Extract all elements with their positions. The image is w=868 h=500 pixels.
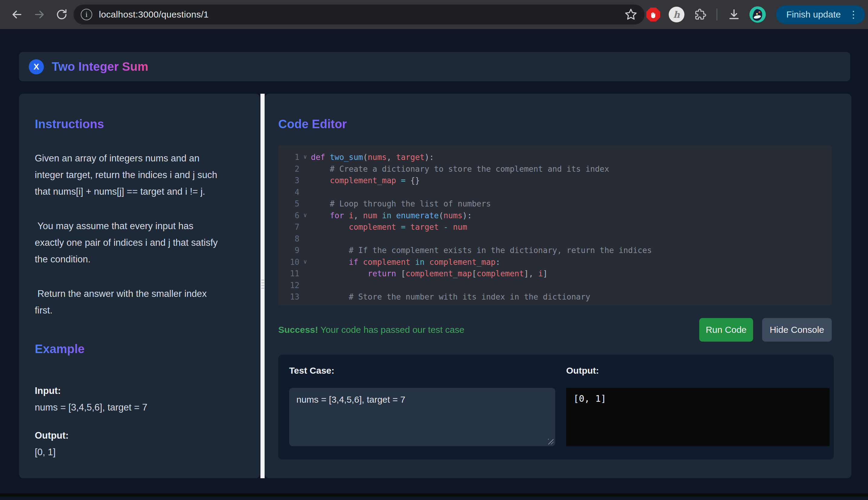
code-line: 8 xyxy=(282,233,832,245)
adblock-extension-button[interactable] xyxy=(646,8,660,22)
reload-button[interactable] xyxy=(52,4,72,25)
profile-avatar[interactable] xyxy=(749,6,766,23)
refresh-icon xyxy=(55,8,68,21)
browser-toolbar: i localhost:3000/questions/1 h xyxy=(0,0,868,29)
fold-spacer xyxy=(300,245,311,256)
fold-spacer xyxy=(300,163,311,175)
example-output-value: [0, 1] xyxy=(35,447,56,458)
success-rest: Your code has passed our test case xyxy=(318,325,464,334)
browser-window: i localhost:3000/questions/1 h xyxy=(0,0,868,500)
back-button[interactable] xyxy=(7,4,27,25)
line-number: 6 xyxy=(282,210,300,221)
fold-spacer xyxy=(300,175,311,186)
avatar-image xyxy=(749,6,766,23)
window-bottom-edge xyxy=(0,493,868,497)
example-heading: Example xyxy=(35,342,85,356)
finish-update-button[interactable]: Finish update ⋮ xyxy=(776,5,865,24)
console-panel: Test Case: nums = [3,4,5,6], target = 7 … xyxy=(278,355,834,459)
instructions-paragraph-1: Given an array of integers nums and an i… xyxy=(35,150,247,200)
code-line: 6∨ for i, num in enumerate(nums): xyxy=(282,210,832,221)
kebab-menu-icon[interactable]: ⋮ xyxy=(849,9,858,20)
line-number: 5 xyxy=(282,198,300,210)
info-letter: i xyxy=(85,10,87,19)
url-text: localhost:3000/questions/1 xyxy=(99,9,209,20)
site-info-icon[interactable]: i xyxy=(81,9,92,20)
code-text xyxy=(311,280,832,292)
code-editor[interactable]: 1∨def two_sum(nums, target):2 # Create a… xyxy=(278,145,832,305)
code-text: complement_map = {} xyxy=(311,175,832,186)
success-message: Success! Your code has passed our test c… xyxy=(278,325,464,335)
code-line: 3 complement_map = {} xyxy=(282,175,832,186)
code-text xyxy=(311,186,832,198)
code-line: 12 xyxy=(282,280,832,292)
code-line: 1∨def two_sum(nums, target): xyxy=(282,151,832,163)
code-text: return [complement_map[complement], i] xyxy=(311,268,832,280)
panel-resize-handle[interactable] xyxy=(260,94,264,478)
test-case-input[interactable]: nums = [3,4,5,6], target = 7 xyxy=(289,388,555,446)
code-text: # Create a dictionary to store the compl… xyxy=(311,163,832,175)
code-line: 9 # If the complement exists in the dict… xyxy=(282,245,832,256)
puzzle-piece-icon xyxy=(693,8,707,22)
honey-extension-button[interactable]: h xyxy=(669,7,685,22)
test-case-label: Test Case: xyxy=(289,365,555,376)
toolbar-right-cluster: h Finish xyxy=(620,0,868,29)
page-title: Two Integer Sum xyxy=(52,60,148,73)
fold-spacer xyxy=(300,268,311,280)
downloads-button[interactable] xyxy=(727,8,741,22)
console-output: [0, 1] xyxy=(566,388,830,446)
extensions-button[interactable] xyxy=(693,8,707,22)
line-number: 11 xyxy=(282,268,300,280)
question-header-card: X Two Integer Sum xyxy=(19,52,850,81)
line-number: 1 xyxy=(282,151,300,163)
code-line: 13 # Store the number with its index in … xyxy=(282,291,832,303)
finish-update-label: Finish update xyxy=(786,9,841,20)
code-line: 10∨ if complement in complement_map: xyxy=(282,256,832,268)
forward-button[interactable] xyxy=(29,4,49,25)
code-text xyxy=(311,233,832,245)
fold-chevron-icon[interactable]: ∨ xyxy=(300,210,311,221)
code-text: complement = target - num xyxy=(311,221,832,233)
code-text: # If the complement exists in the dictio… xyxy=(311,245,832,256)
fold-chevron-icon[interactable]: ∨ xyxy=(300,256,311,268)
code-text: # Store the number with its index in the… xyxy=(311,291,832,303)
code-line: 2 # Create a dictionary to store the com… xyxy=(282,163,832,175)
resize-grip-icon xyxy=(261,280,264,291)
status-row: Success! Your code has passed our test c… xyxy=(278,318,832,342)
run-code-button[interactable]: Run Code xyxy=(699,318,753,342)
honey-letter: h xyxy=(673,9,680,20)
fold-chevron-icon[interactable]: ∨ xyxy=(300,151,311,163)
fold-spacer xyxy=(300,280,311,292)
code-line: 11 return [complement_map[complement], i… xyxy=(282,268,832,280)
success-bold: Success! xyxy=(278,325,318,334)
fold-spacer xyxy=(300,221,311,233)
code-editor-panel: Code Editor 1∨def two_sum(nums, target):… xyxy=(265,94,852,478)
address-bar[interactable]: i localhost:3000/questions/1 xyxy=(74,4,644,24)
fold-spacer xyxy=(300,198,311,210)
code-text: def two_sum(nums, target): xyxy=(311,151,832,163)
instructions-panel: Instructions Given an array of integers … xyxy=(19,94,260,478)
download-icon xyxy=(727,8,741,22)
instructions-paragraph-3: Return the answer with the smaller index… xyxy=(35,285,247,319)
code-editor-heading: Code Editor xyxy=(278,117,347,131)
example-input-label: Input: xyxy=(35,385,61,396)
example-output-label: Output: xyxy=(35,430,69,441)
bookmark-button[interactable] xyxy=(624,8,638,22)
fold-spacer xyxy=(300,233,311,245)
honey-icon: h xyxy=(669,7,685,22)
example-input-value: nums = [3,4,5,6], target = 7 xyxy=(35,402,147,413)
toolbar-divider xyxy=(717,9,718,21)
adblock-hand-icon xyxy=(646,8,660,22)
app-logo: X xyxy=(29,59,44,75)
line-number: 2 xyxy=(282,163,300,175)
fold-spacer xyxy=(300,291,311,303)
line-number: 10 xyxy=(282,256,300,268)
code-line: 5 # Loop through the list of numbers xyxy=(282,198,832,210)
line-number: 9 xyxy=(282,245,300,256)
arrow-right-icon xyxy=(33,8,46,21)
line-number: 4 xyxy=(282,186,300,198)
instructions-heading: Instructions xyxy=(35,117,104,131)
line-number: 3 xyxy=(282,175,300,186)
hide-console-button[interactable]: Hide Console xyxy=(762,318,832,342)
instructions-paragraph-2: You may assume that every input has exac… xyxy=(35,218,247,268)
code-line: 4 xyxy=(282,186,832,198)
